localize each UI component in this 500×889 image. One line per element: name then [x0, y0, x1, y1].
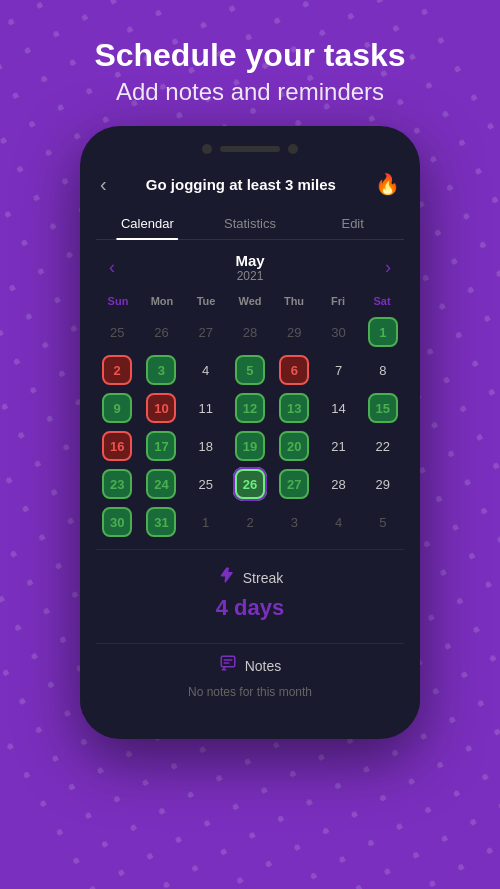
- phone-camera-area: [202, 144, 298, 154]
- cal-day[interactable]: 9: [96, 391, 138, 425]
- cal-day[interactable]: 25: [185, 467, 227, 501]
- cal-day[interactable]: 11: [185, 391, 227, 425]
- cal-day[interactable]: 15: [362, 391, 404, 425]
- cal-day[interactable]: 26: [140, 315, 182, 349]
- month-name: May: [235, 252, 264, 269]
- notes-section: Notes No notes for this month: [96, 654, 404, 699]
- cal-day[interactable]: 16: [96, 429, 138, 463]
- streak-section: Streak 4 days: [96, 566, 404, 633]
- cal-day[interactable]: 25: [96, 315, 138, 349]
- cal-day[interactable]: 23: [96, 467, 138, 501]
- speaker-bar: [220, 146, 280, 152]
- streak-icon: [217, 566, 235, 589]
- cal-day[interactable]: 3: [273, 505, 315, 539]
- cal-day[interactable]: 20: [273, 429, 315, 463]
- hero-subtitle: Add notes and reminders: [20, 78, 480, 106]
- cal-day[interactable]: 2: [96, 353, 138, 387]
- day-header-mon: Mon: [140, 293, 184, 309]
- cal-day[interactable]: 3: [140, 353, 182, 387]
- next-month-button[interactable]: ›: [376, 257, 400, 278]
- cal-day[interactable]: 4: [317, 505, 359, 539]
- notes-icon: [219, 654, 237, 677]
- svg-rect-0: [221, 657, 235, 668]
- day-header-wed: Wed: [228, 293, 272, 309]
- cal-day[interactable]: 27: [185, 315, 227, 349]
- day-headers-row: Sun Mon Tue Wed Thu Fri Sat: [96, 293, 404, 309]
- cal-day[interactable]: 26: [229, 467, 271, 501]
- cal-day[interactable]: 4: [185, 353, 227, 387]
- cal-day[interactable]: 31: [140, 505, 182, 539]
- day-header-tue: Tue: [184, 293, 228, 309]
- year-text: 2021: [235, 269, 264, 283]
- cal-day[interactable]: 8: [362, 353, 404, 387]
- divider-2: [96, 643, 404, 644]
- streak-row: Streak: [217, 566, 283, 589]
- cal-day[interactable]: 13: [273, 391, 315, 425]
- cal-day[interactable]: 7: [317, 353, 359, 387]
- hero-title: Schedule your tasks: [20, 36, 480, 74]
- tab-edit[interactable]: Edit: [301, 208, 404, 239]
- day-header-fri: Fri: [316, 293, 360, 309]
- divider-1: [96, 549, 404, 550]
- cal-day[interactable]: 24: [140, 467, 182, 501]
- hero-section: Schedule your tasks Add notes and remind…: [0, 0, 500, 126]
- cal-day[interactable]: 5: [362, 505, 404, 539]
- tab-statistics[interactable]: Statistics: [199, 208, 302, 239]
- cal-day[interactable]: 17: [140, 429, 182, 463]
- cal-day[interactable]: 30: [96, 505, 138, 539]
- cal-day[interactable]: 14: [317, 391, 359, 425]
- notes-label: Notes: [245, 658, 282, 674]
- notes-empty-text: No notes for this month: [188, 685, 312, 699]
- screen-header: ‹ Go jogging at least 3 miles 🔥: [96, 164, 404, 208]
- back-button[interactable]: ‹: [100, 173, 107, 196]
- cal-day[interactable]: 10: [140, 391, 182, 425]
- cal-day[interactable]: 5: [229, 353, 271, 387]
- cal-day[interactable]: 19: [229, 429, 271, 463]
- month-year-display: May 2021: [235, 252, 264, 283]
- phone-content: ‹ Go jogging at least 3 miles 🔥 Calendar…: [80, 164, 420, 715]
- day-header-thu: Thu: [272, 293, 316, 309]
- cal-day[interactable]: 30: [317, 315, 359, 349]
- day-header-sat: Sat: [360, 293, 404, 309]
- cal-day[interactable]: 29: [273, 315, 315, 349]
- cal-day[interactable]: 28: [317, 467, 359, 501]
- streak-label: Streak: [243, 570, 283, 586]
- cal-day[interactable]: 6: [273, 353, 315, 387]
- prev-month-button[interactable]: ‹: [100, 257, 124, 278]
- tab-calendar[interactable]: Calendar: [96, 208, 199, 239]
- streak-value: 4 days: [216, 595, 285, 621]
- tabs-bar: Calendar Statistics Edit: [96, 208, 404, 240]
- calendar-grid: 25 26 27 28 29 30 1 2 3 4 5 6 7 8 9 10 1…: [96, 315, 404, 539]
- cal-day[interactable]: 12: [229, 391, 271, 425]
- cal-day[interactable]: 29: [362, 467, 404, 501]
- cal-day[interactable]: 1: [185, 505, 227, 539]
- camera-dot-2: [288, 144, 298, 154]
- phone-top-bar: [80, 144, 420, 164]
- cal-day[interactable]: 28: [229, 315, 271, 349]
- notes-row: Notes: [219, 654, 282, 677]
- flame-icon: 🔥: [375, 172, 400, 196]
- screen-title: Go jogging at least 3 miles: [115, 176, 367, 193]
- calendar-header: ‹ May 2021 ›: [96, 252, 404, 283]
- cal-day[interactable]: 18: [185, 429, 227, 463]
- cal-day[interactable]: 1: [362, 315, 404, 349]
- cal-day[interactable]: 21: [317, 429, 359, 463]
- cal-day[interactable]: 27: [273, 467, 315, 501]
- day-header-sun: Sun: [96, 293, 140, 309]
- camera-dot: [202, 144, 212, 154]
- phone-frame: ‹ Go jogging at least 3 miles 🔥 Calendar…: [80, 126, 420, 739]
- cal-day[interactable]: 22: [362, 429, 404, 463]
- cal-day[interactable]: 2: [229, 505, 271, 539]
